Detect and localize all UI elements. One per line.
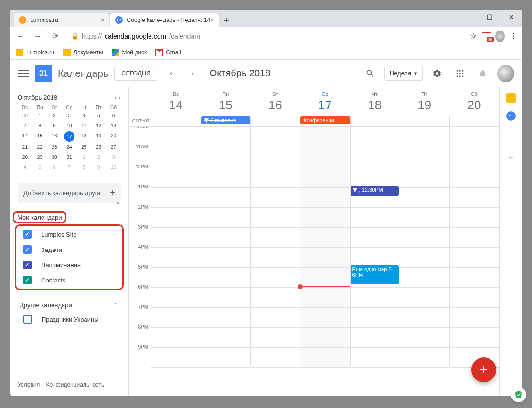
day-header[interactable]: Вт16: [250, 87, 300, 116]
mini-prev[interactable]: ‹: [115, 94, 117, 101]
mini-day[interactable]: 25: [76, 143, 91, 152]
mini-day[interactable]: 18: [76, 131, 91, 142]
mini-day[interactable]: 27: [106, 143, 121, 152]
tab-lumpics[interactable]: Lumpics.ru ×: [14, 13, 109, 27]
chevron-up-icon[interactable]: ⌃: [115, 201, 121, 210]
mini-day[interactable]: 1: [32, 111, 47, 120]
mini-day[interactable]: 2: [47, 111, 62, 120]
close-icon[interactable]: ×: [101, 16, 105, 24]
bookmark-item[interactable]: Документы: [63, 49, 103, 56]
mini-day[interactable]: 17: [64, 131, 74, 142]
footer-links[interactable]: Условия – Конфиденциальность: [18, 377, 121, 392]
checkbox[interactable]: [23, 315, 32, 324]
day-column[interactable]: ⯆ , 12:30PMЕще одно мер 5–6PM: [350, 127, 400, 367]
avatar[interactable]: [497, 65, 514, 82]
day-header[interactable]: Пт19: [400, 87, 449, 116]
mini-day[interactable]: 13: [106, 121, 121, 130]
mini-day[interactable]: 6: [106, 111, 121, 120]
close-button[interactable]: ✕: [500, 10, 522, 24]
mini-day[interactable]: 7: [62, 163, 77, 172]
allday-cell[interactable]: [151, 116, 201, 126]
mini-day[interactable]: 30: [47, 153, 62, 162]
mini-day[interactable]: 30: [18, 111, 32, 120]
today-button[interactable]: СЕГОДНЯ: [114, 66, 158, 81]
tasks-icon[interactable]: [506, 111, 516, 121]
day-header[interactable]: Вс14: [151, 87, 201, 116]
mini-day[interactable]: 24: [62, 143, 77, 152]
day-column[interactable]: [300, 127, 350, 367]
hamburger-icon[interactable]: [18, 68, 29, 79]
view-select[interactable]: Неделя▾: [384, 66, 423, 81]
mini-day[interactable]: 29: [32, 153, 47, 162]
mini-day[interactable]: 12: [91, 121, 106, 130]
bell-icon[interactable]: [474, 65, 491, 82]
forward-button[interactable]: →: [31, 30, 44, 43]
mini-day[interactable]: 15: [32, 131, 47, 142]
event[interactable]: Еще одно мер 5–6PM: [351, 265, 399, 284]
mini-day[interactable]: 10: [62, 121, 77, 130]
mini-calendar[interactable]: ВсПнВтСрЧтПтСб30123456789101112131415161…: [18, 105, 121, 172]
day-header[interactable]: Сб20: [449, 87, 499, 116]
close-icon[interactable]: ×: [210, 16, 214, 24]
day-column[interactable]: [400, 127, 449, 367]
mini-day[interactable]: 21: [18, 143, 32, 152]
add-friend-calendar[interactable]: Добавить календарь друга +: [18, 183, 121, 203]
minimize-button[interactable]: —: [458, 10, 479, 24]
mini-day[interactable]: 31: [62, 153, 77, 162]
mini-day[interactable]: 22: [32, 143, 47, 152]
allday-cell[interactable]: [400, 116, 449, 126]
mini-day[interactable]: 8: [76, 163, 91, 172]
allday-cell[interactable]: Конференци: [300, 116, 350, 126]
allday-cell[interactable]: [350, 116, 400, 126]
keep-icon[interactable]: [506, 93, 516, 103]
tab-calendar[interactable]: 17 Google Календарь - Неделя: 14 ×: [110, 13, 219, 27]
day-column[interactable]: [201, 127, 250, 367]
bookmark-item[interactable]: Gmail: [155, 49, 181, 56]
checkbox[interactable]: ✓: [23, 276, 32, 284]
mini-day[interactable]: 3: [106, 153, 121, 162]
mini-day[interactable]: 3: [62, 111, 77, 120]
time-grid[interactable]: 10AM11AM12PM1PM2PM3PM4PM5PM6PM7PM8PM9PM …: [129, 127, 499, 396]
calendar-item[interactable]: ✓Contacts: [17, 272, 121, 288]
checkbox[interactable]: ✓: [23, 245, 32, 254]
checkbox[interactable]: ✓: [23, 261, 32, 269]
event[interactable]: ⯆ , 12:30PM: [351, 186, 399, 196]
maximize-button[interactable]: ☐: [479, 10, 500, 24]
mini-day[interactable]: 14: [18, 131, 32, 142]
calendar-item[interactable]: ✓Задачи: [17, 242, 121, 257]
other-calendars-toggle[interactable]: Другие календари ⌃: [18, 299, 121, 312]
my-calendars-toggle[interactable]: Мои календари: [17, 214, 62, 221]
allday-cell[interactable]: ⯆ 2 выполне: [201, 116, 250, 126]
create-fab[interactable]: +: [471, 357, 496, 382]
bookmark-item[interactable]: Мой диск: [112, 49, 147, 56]
mini-day[interactable]: 1: [76, 153, 91, 162]
mini-day[interactable]: 11: [76, 121, 91, 130]
mini-day[interactable]: 23: [47, 143, 62, 152]
search-icon[interactable]: [362, 65, 379, 82]
checkbox[interactable]: ✓: [23, 230, 32, 239]
mini-day[interactable]: 19: [91, 131, 106, 142]
reload-button[interactable]: ⟳: [48, 30, 62, 43]
mini-day[interactable]: 8: [32, 121, 47, 130]
plus-icon[interactable]: +: [110, 188, 115, 198]
event-chip[interactable]: ⯆ 2 выполне: [201, 116, 250, 124]
day-column[interactable]: [449, 127, 499, 367]
prev-button[interactable]: ‹: [164, 66, 179, 81]
gmail-badge-icon[interactable]: [482, 31, 491, 41]
url-field[interactable]: 🔒 https://calendar.google.com/calendar/r: [65, 30, 465, 43]
mini-day[interactable]: 28: [18, 153, 32, 162]
menu-icon[interactable]: ⋮: [509, 31, 518, 41]
mini-day[interactable]: 4: [76, 111, 91, 120]
event-chip[interactable]: Конференци: [300, 116, 350, 124]
mini-day[interactable]: 9: [91, 163, 106, 172]
gear-icon[interactable]: [428, 65, 446, 82]
mini-day[interactable]: 9: [47, 121, 62, 130]
mini-day[interactable]: 4: [18, 163, 32, 172]
allday-cell[interactable]: [449, 116, 499, 126]
mini-day[interactable]: 5: [91, 111, 106, 120]
day-header[interactable]: Пн15: [201, 87, 250, 116]
addons-plus-icon[interactable]: +: [508, 152, 514, 163]
calendar-item[interactable]: ✓Напоминания: [17, 257, 121, 272]
new-tab-button[interactable]: +: [220, 14, 233, 27]
day-column[interactable]: [250, 127, 300, 367]
